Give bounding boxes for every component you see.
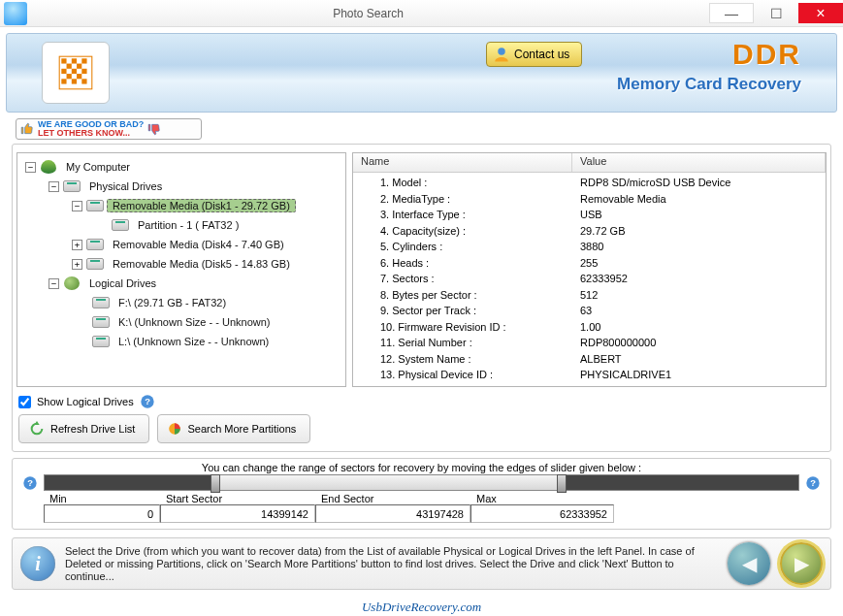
contact-us-button[interactable]: Contact us (486, 42, 582, 67)
property-row[interactable]: 1. Model :RDP8 SD/microSD USB Device (353, 175, 826, 191)
main-panel: − My Computer − Physical Drives − Remova… (12, 144, 831, 452)
property-value: RDP8 SD/microSD USB Device (572, 177, 826, 188)
feedback-button[interactable]: WE ARE GOOD OR BAD? LET OTHERS KNOW... (16, 118, 202, 140)
property-row[interactable]: 9. Sector per Track :63 (353, 303, 826, 319)
titlebar[interactable]: Photo Search — ☐ × (0, 0, 843, 27)
svg-rect-9 (67, 74, 72, 79)
properties-header[interactable]: Name Value (353, 153, 826, 173)
property-value: 255 (572, 257, 826, 269)
tree-item[interactable]: Removable Media (Disk5 - 14.83 GB) (107, 257, 296, 271)
footer-panel: i Select the Drive (from which you want … (12, 537, 831, 590)
sector-slider[interactable] (44, 474, 799, 491)
help-icon[interactable]: ? (22, 475, 38, 491)
tree-logical-item[interactable]: K:\ (Unknown Size - - Unknown) (113, 315, 276, 329)
expander-icon[interactable]: + (72, 259, 82, 270)
refresh-drive-list-button[interactable]: Refresh Drive List (18, 414, 149, 443)
end-sector-field[interactable] (315, 504, 470, 523)
svg-text:?: ? (145, 397, 150, 406)
column-value[interactable]: Value (572, 153, 826, 172)
property-name: 11. Serial Number : (353, 337, 572, 348)
site-link[interactable]: UsbDriveRecovery.com (0, 596, 843, 615)
property-name: 5. Cylinders : (353, 241, 572, 252)
expander-icon[interactable]: − (72, 201, 82, 211)
info-icon: i (20, 546, 55, 581)
expander-icon[interactable]: − (49, 278, 59, 289)
property-name: 8. Bytes per Sector : (353, 289, 572, 301)
tree-logical[interactable]: Logical Drives (83, 276, 162, 290)
show-logical-checkbox[interactable] (18, 396, 31, 408)
property-row[interactable]: 11. Serial Number :RDP800000000 (353, 335, 826, 351)
slider-handle-end[interactable] (557, 474, 567, 493)
property-name: 12. System Name : (353, 353, 572, 365)
property-name: 6. Heads : (353, 257, 572, 269)
property-name: 3. Interface Type : (353, 209, 572, 220)
contact-label: Contact us (514, 48, 569, 61)
property-row[interactable]: 13. Physical Device ID :PHYSICALDRIVE1 (353, 367, 826, 383)
refresh-icon (29, 421, 45, 437)
tree-partition[interactable]: Partition - 1 ( FAT32 ) (132, 218, 244, 232)
svg-rect-6 (61, 69, 66, 74)
expander-icon[interactable]: − (25, 162, 36, 173)
property-name: 10. Firmware Revision ID : (353, 321, 572, 333)
brand-text: DDR (732, 38, 801, 71)
property-value: 3880 (572, 241, 826, 252)
property-value: Removable Media (572, 193, 826, 205)
svg-rect-2 (72, 58, 77, 63)
person-icon (493, 46, 510, 63)
back-button[interactable]: ◀ (728, 542, 770, 585)
subtitle-text: Memory Card Recovery (617, 75, 801, 94)
property-row[interactable]: 3. Interface Type :USB (353, 207, 826, 223)
property-row[interactable]: 4. Capacity(size) :29.72 GB (353, 223, 826, 240)
tree-logical-item[interactable]: L:\ (Unknown Size - - Unknown) (113, 335, 275, 348)
thumb-up-icon (20, 122, 34, 136)
help-icon[interactable]: ? (140, 394, 155, 409)
svg-rect-11 (61, 79, 66, 83)
property-row[interactable]: 5. Cylinders :3880 (353, 239, 826, 255)
property-name: 13. Physical Device ID : (353, 369, 572, 380)
property-row[interactable]: 6. Heads :255 (353, 255, 826, 272)
tree-item[interactable]: Removable Media (Disk4 - 7.40 GB) (107, 238, 290, 251)
search-more-label: Search More Partitions (187, 423, 296, 435)
drive-icon (63, 180, 81, 192)
drive-tree[interactable]: − My Computer − Physical Drives − Remova… (16, 152, 346, 387)
slider-note: You can change the range of sectors for … (22, 461, 821, 474)
expander-icon[interactable]: − (49, 181, 59, 192)
header-banner: Contact us DDR Memory Card Recovery (6, 33, 837, 113)
logical-drive-icon (64, 276, 80, 290)
property-row[interactable]: 2. MediaType :Removable Media (353, 191, 826, 208)
property-row[interactable]: 7. Sectors :62333952 (353, 271, 826, 287)
svg-text:?: ? (810, 478, 816, 488)
tree-item-selected[interactable]: Removable Media (Disk1 - 29.72 GB) (107, 199, 296, 212)
svg-rect-7 (72, 69, 77, 74)
drive-icon (92, 297, 110, 308)
svg-rect-3 (81, 58, 86, 63)
drive-icon (92, 316, 110, 328)
tree-logical-item[interactable]: F:\ (29.71 GB - FAT32) (113, 296, 232, 309)
tree-physical[interactable]: Physical Drives (83, 179, 168, 193)
min-label: Min (44, 493, 160, 504)
property-row[interactable]: 12. System Name :ALBERT (353, 351, 826, 368)
property-row[interactable]: 10. Firmware Revision ID :1.00 (353, 319, 826, 336)
property-name: 4. Capacity(size) : (353, 225, 572, 237)
property-value: PHYSICALDRIVE1 (572, 369, 826, 380)
close-button[interactable]: × (798, 3, 843, 23)
drive-icon (86, 258, 104, 270)
help-icon[interactable]: ? (805, 475, 821, 491)
search-more-partitions-button[interactable]: Search More Partitions (157, 414, 310, 443)
slider-handle-start[interactable] (211, 474, 220, 493)
property-row[interactable]: 8. Bytes per Sector :512 (353, 287, 826, 304)
min-field (44, 504, 160, 523)
start-label: Start Sector (160, 493, 315, 504)
start-sector-field[interactable] (160, 504, 315, 523)
max-label: Max (470, 493, 614, 504)
next-button[interactable]: ▶ (780, 542, 823, 585)
tree-root[interactable]: My Computer (60, 160, 136, 174)
svg-rect-1 (61, 58, 66, 63)
triangle-left-icon: ◀ (742, 552, 757, 575)
column-name[interactable]: Name (353, 153, 572, 172)
property-value: RDP800000000 (572, 337, 826, 348)
expander-icon[interactable]: + (72, 240, 82, 250)
minimize-button[interactable]: — (709, 3, 754, 23)
maximize-button[interactable]: ☐ (754, 3, 798, 23)
property-value: ALBERT (572, 353, 826, 365)
